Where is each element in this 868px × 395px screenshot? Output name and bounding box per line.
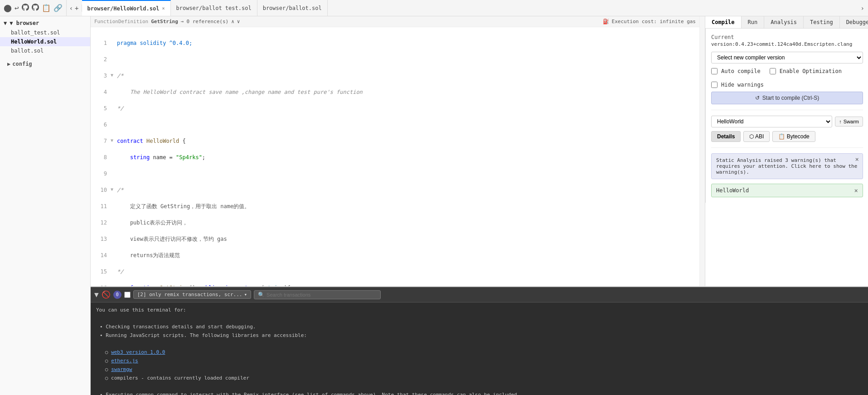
tab-helloworld-close[interactable]: × [162, 6, 165, 11]
tab-helloworld[interactable]: browser/HelloWorld.sol × [82, 0, 171, 16]
bottom-filter-checkbox[interactable] [124, 292, 131, 298]
copy-icon[interactable]: 📋 [42, 4, 51, 12]
ethersjs-link[interactable]: ethers.js [111, 358, 138, 364]
swarm-icon: ↑ [839, 119, 842, 124]
search-input[interactable] [267, 292, 377, 297]
code-container: 1 pragma solidity ^0.4.0; 2 3▼/* 4 The H… [91, 27, 699, 286]
hide-warnings-label: Hide warnings [721, 82, 764, 88]
hide-warnings-checkbox[interactable] [711, 82, 718, 88]
abi-button[interactable]: ⬡ ABI [743, 131, 770, 142]
separator-1 [711, 110, 863, 110]
helloworld-box-label: HelloWorld [716, 187, 749, 194]
terminal-indent2: ○ ethers.js [96, 358, 138, 364]
terminal-intro: You can use this terminal for: [96, 307, 186, 313]
web3-link[interactable]: web3 version 1.0.0 [111, 349, 165, 355]
tab-testing[interactable]: Testing [804, 16, 840, 28]
code-editor[interactable]: FunctionDefinition GetString → 0 referen… [91, 16, 699, 286]
browser-section: ▼ ▼ browser ballot_test.sol HelloWorld.s… [0, 16, 90, 57]
sidebar: ▼ ▼ browser ballot_test.sol HelloWorld.s… [0, 16, 91, 395]
config-header[interactable]: ▶ config [0, 59, 90, 68]
bytecode-button[interactable]: 📋 Bytecode [772, 131, 815, 142]
swarm-label: Swarm [844, 119, 859, 124]
execution-cost-icon: ⛽ [603, 19, 609, 24]
bottom-panel: ▼ 🚫 0 [2] only remix transactions, scr..… [91, 286, 868, 395]
breadcrumb-up-icon[interactable]: ∧ [231, 19, 234, 24]
compiler-version-select[interactable]: Select new compiler version [711, 52, 863, 63]
breadcrumb-down-icon[interactable]: ∨ [237, 19, 240, 24]
bottom-expand-icon[interactable]: ▼ [94, 290, 99, 299]
tab-ballot-test-label: browser/ballot test.sol [176, 5, 252, 11]
terminal-indent4: ○ compilers - contains currently loaded … [96, 375, 249, 381]
nav-plus-icon[interactable]: + [75, 5, 78, 12]
editor-scrollbar[interactable] [699, 16, 705, 286]
current-version: version:0.4.23+commit.124ca40d.Emscripte… [711, 41, 863, 47]
bottom-content-wrapper: You can use this terminal for: • Checkin… [91, 302, 868, 395]
current-label: Current [711, 34, 863, 40]
topbar-icons: ⬤ ↩ 📋 🔗 [0, 0, 67, 16]
browser-fold-icon: ▼ [4, 20, 7, 26]
bottom-toolbar: ▼ 🚫 0 [2] only remix transactions, scr..… [91, 287, 868, 302]
compile-label: Start to compile (Ctrl-S) [762, 95, 819, 101]
action-row: Details ⬡ ABI 📋 Bytecode [711, 131, 863, 142]
tab-ballot-test[interactable]: browser/ballot test.sol [171, 0, 257, 16]
compile-button[interactable]: ↺ Start to compile (Ctrl-S) [711, 92, 863, 104]
topbar: ⬤ ↩ 📋 🔗 ‹ + browser/HelloWorld.sol × bro… [0, 0, 868, 16]
code-lines: 1 pragma solidity ^0.4.0; 2 3▼/* 4 The H… [91, 27, 699, 286]
tab-ballot-label: browser/ballot.sol [263, 5, 322, 11]
details-button[interactable]: Details [711, 131, 741, 142]
auto-compile-row: Auto compile [711, 68, 761, 74]
checkbox-group: Auto compile Enable Optimization [711, 68, 863, 77]
editor-right: FunctionDefinition GetString → 0 referen… [91, 16, 868, 395]
tab-ballot[interactable]: browser/ballot.sol [257, 0, 328, 16]
main-layout: ▼ ▼ browser ballot_test.sol HelloWorld.s… [0, 16, 868, 395]
ethereum-watermark: ⬡ [808, 390, 835, 395]
expand-icon[interactable]: › [861, 5, 864, 12]
breadcrumb-type: FunctionDefinition [94, 19, 148, 24]
helloworld-close-button[interactable]: × [854, 187, 858, 194]
back-icon[interactable]: ↩ [15, 4, 19, 12]
bottom-clear-icon[interactable]: 🚫 [102, 290, 111, 299]
terminal-line-3: • Executing common command to interact w… [96, 392, 517, 395]
search-icon: 🔍 [258, 292, 265, 298]
tab-analysis[interactable]: Analysis [764, 16, 804, 28]
right-panel-content: Current version:0.4.23+commit.124ca40d.E… [705, 29, 868, 203]
swarmgw-link[interactable]: swarmgw [111, 366, 132, 372]
enable-opt-checkbox[interactable] [770, 68, 776, 74]
link-icon[interactable]: 🔗 [53, 4, 63, 12]
bottom-badge: 0 [113, 291, 121, 299]
swarm-button[interactable]: ↑ Swarm [835, 117, 863, 127]
auto-compile-checkbox[interactable] [711, 68, 718, 74]
warning-close-button[interactable]: × [855, 156, 859, 163]
tab-compile[interactable]: Compile [705, 16, 742, 28]
hide-warnings-row: Hide warnings [711, 82, 863, 88]
breadcrumb-arrow-icon: → [181, 19, 184, 24]
github-icon2[interactable] [32, 4, 39, 13]
separator-2 [711, 147, 863, 148]
contract-select[interactable]: HelloWorld [711, 116, 832, 127]
tab-debugger[interactable]: Debugger [840, 16, 868, 28]
right-panel-tabs: Compile Run Analysis Testing Debugger Se… [705, 16, 868, 29]
breadcrumb-bar: FunctionDefinition GetString → 0 referen… [91, 16, 699, 27]
bottom-dropdown[interactable]: [2] only remix transactions, scr... ▾ [133, 290, 251, 299]
config-label: config [12, 61, 32, 67]
helloworld-box: HelloWorld × [711, 184, 863, 197]
editor-area: FunctionDefinition GetString → 0 referen… [91, 16, 868, 286]
terminal-indent3: ○ swarmgw [96, 366, 132, 372]
sidebar-item-ballot-test[interactable]: ballot_test.sol [0, 28, 90, 37]
breadcrumb-references: 0 reference(s) [186, 19, 228, 24]
tab-run[interactable]: Run [742, 16, 765, 28]
sidebar-item-helloworld[interactable]: HelloWorld.sol [0, 37, 90, 46]
config-section: ▶ config [0, 57, 90, 70]
right-nav: › [857, 5, 868, 12]
browser-label: ▼ browser [10, 20, 39, 26]
contract-row: HelloWorld ↑ Swarm [711, 116, 863, 127]
warning-box[interactable]: Static Analysis raised 3 warning(s) that… [711, 153, 863, 179]
browser-header[interactable]: ▼ ▼ browser [0, 18, 90, 28]
terminal-line-2: • Running JavaScript scripts. The follow… [96, 332, 307, 338]
nav-arrows: ‹ + [67, 5, 82, 12]
sidebar-item-ballot[interactable]: ballot.sol [0, 46, 90, 55]
compiler-select-row: Select new compiler version [711, 52, 863, 63]
home-icon[interactable]: ⬤ [4, 4, 12, 12]
nav-left-icon[interactable]: ‹ [69, 5, 73, 12]
github-icon1[interactable] [22, 4, 29, 13]
